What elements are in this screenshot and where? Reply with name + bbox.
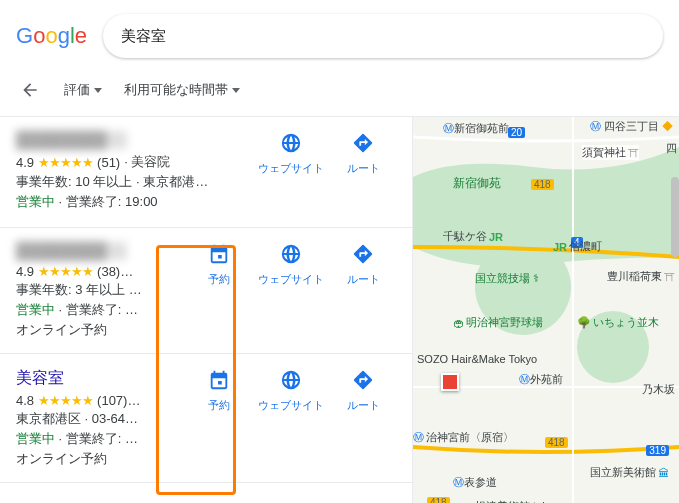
directions-label: ルート [347,161,380,176]
map-label: JR信濃町 [553,239,602,254]
category: · 美容院 [124,153,170,171]
calendar-icon [207,242,231,266]
result-meta: 東京都港区 · 03-64… [16,410,178,428]
map-label: 千駄ケ谷JR [443,229,503,244]
website-button[interactable]: ウェブサイト [258,242,324,287]
rating-value: 4.8 [16,393,34,408]
result-meta: 事業年数: 3 年以上 … [16,281,178,299]
website-label: ウェブサイト [258,398,324,413]
map-label: SOZO Hair&Make Tokyo [417,353,537,365]
star-icon: ★★★★★ [38,393,93,408]
route-shield: 418 [545,437,568,448]
website-button[interactable]: ウェブサイト [258,368,324,413]
open-status: 営業中 [16,302,55,317]
map-label: Ⓜ治神宮前〈原宿〉 [413,430,514,445]
globe-icon [279,368,303,392]
rating-row: 4.9 ★★★★★ (38)… [16,264,178,279]
review-count: (38)… [97,264,133,279]
result-item[interactable]: ████████4.9 ★★★★★ (51) · 美容院事業年数: 10 年以上… [0,117,412,228]
google-logo[interactable]: Google [16,23,87,49]
calendar-icon [207,368,231,392]
map-pin[interactable] [441,373,459,391]
rating-value: 4.9 [16,155,34,170]
map-label: 新宿御苑 [453,175,501,192]
result-hours: 営業中 · 営業終了: 19:00 [16,193,250,211]
map-label: 🏟明治神宮野球場 [453,315,543,330]
website-label: ウェブサイト [258,272,324,287]
result-hours: 営業中 · 営業終了: … [16,430,178,448]
website-button[interactable]: ウェブサイト [258,131,324,176]
directions-button[interactable]: ルート [330,368,396,413]
directions-label: ルート [347,398,380,413]
map-label: 国立競技場 ⚕ [475,271,539,286]
result-actions: ウェブサイトルート [258,131,396,213]
map[interactable]: Ⓜ新宿御苑前 Ⓜ 四谷三丁目 ◆ 須賀神社⛩ 新宿御苑 418 20 4 四 千… [413,117,679,503]
directions-icon [351,242,375,266]
chevron-down-icon [232,88,240,93]
result-info: ████████4.9 ★★★★★ (51) · 美容院事業年数: 10 年以上… [16,131,250,213]
route-shield: 319 [646,445,669,456]
map-label: 国立新美術館🏛 [590,465,669,480]
map-label: Ⓜ新宿御苑前 [443,121,509,136]
website-label: ウェブサイト [258,161,324,176]
header: Google [0,0,679,68]
search-input[interactable] [121,28,645,45]
booking-button[interactable]: 予約 [186,242,252,287]
filter-hours[interactable]: 利用可能な時間帯 [124,81,240,99]
result-info: 美容室4.8 ★★★★★ (107)…東京都港区 · 03-64…営業中 · 営… [16,368,178,468]
result-item[interactable]: 美容室4.8 ★★★★★ (107)…東京都港区 · 03-64…営業中 · 営… [0,354,412,483]
route-shield: 418 [427,497,450,503]
filter-bar: 評価 利用可能な時間帯 [0,68,679,117]
result-title: ████████ [16,242,127,260]
result-actions: 予約ウェブサイトルート [186,368,396,468]
result-hours: 営業中 · 営業終了: … [16,301,178,319]
map-label: 根津美術館 toiro [475,499,554,503]
map-label: Ⓜ表参道 [453,475,497,490]
map-label: 乃木坂 [642,382,675,397]
closing-time: 営業終了: 19:00 [66,194,158,209]
booking-label: 予約 [208,272,230,287]
online-booking-label: オンライン予約 [16,450,178,468]
content-area: ████████4.9 ★★★★★ (51) · 美容院事業年数: 10 年以上… [0,117,679,503]
map-label: 豊川稲荷東⛩ [607,269,675,284]
directions-icon [351,368,375,392]
booking-label: 予約 [208,398,230,413]
result-title: ████████ [16,131,127,149]
map-label: 🌳いちょう並木 [577,315,659,330]
rating-row: 4.9 ★★★★★ (51) · 美容院 [16,153,250,171]
online-booking-label: オンライン予約 [16,321,178,339]
rating-row: 4.8 ★★★★★ (107)… [16,393,178,408]
directions-icon [351,131,375,155]
globe-icon [279,131,303,155]
star-icon: ★★★★★ [38,264,93,279]
result-meta: 事業年数: 10 年以上 · 東京都港… [16,173,250,191]
results-list: ████████4.9 ★★★★★ (51) · 美容院事業年数: 10 年以上… [0,117,413,503]
route-shield: 20 [508,127,525,138]
closing-time: 営業終了: … [66,431,138,446]
map-label: Ⓜ外苑前 [519,372,563,387]
search-box[interactable] [103,14,663,58]
review-count: (107)… [97,393,140,408]
review-count: (51) [97,155,120,170]
chevron-down-icon [94,88,102,93]
filter-rating[interactable]: 評価 [64,81,102,99]
result-title: 美容室 [16,368,64,389]
scrollbar-thumb[interactable] [671,177,679,257]
closing-time: 営業終了: … [66,302,138,317]
result-actions: 予約ウェブサイトルート [186,242,396,339]
map-label: 四 [666,141,677,156]
back-arrow-icon[interactable] [18,78,42,102]
filter-hours-label: 利用可能な時間帯 [124,81,228,99]
result-info: ████████4.9 ★★★★★ (38)…事業年数: 3 年以上 …営業中 … [16,242,178,339]
globe-icon [279,242,303,266]
open-status: 営業中 [16,431,55,446]
filter-rating-label: 評価 [64,81,90,99]
star-icon: ★★★★★ [38,155,93,170]
directions-button[interactable]: ルート [330,131,396,176]
directions-label: ルート [347,272,380,287]
open-status: 営業中 [16,194,55,209]
map-label: Ⓜ 四谷三丁目 ◆ [590,119,673,134]
booking-button[interactable]: 予約 [186,368,252,413]
directions-button[interactable]: ルート [330,242,396,287]
result-item[interactable]: ████████4.9 ★★★★★ (38)…事業年数: 3 年以上 …営業中 … [0,228,412,354]
